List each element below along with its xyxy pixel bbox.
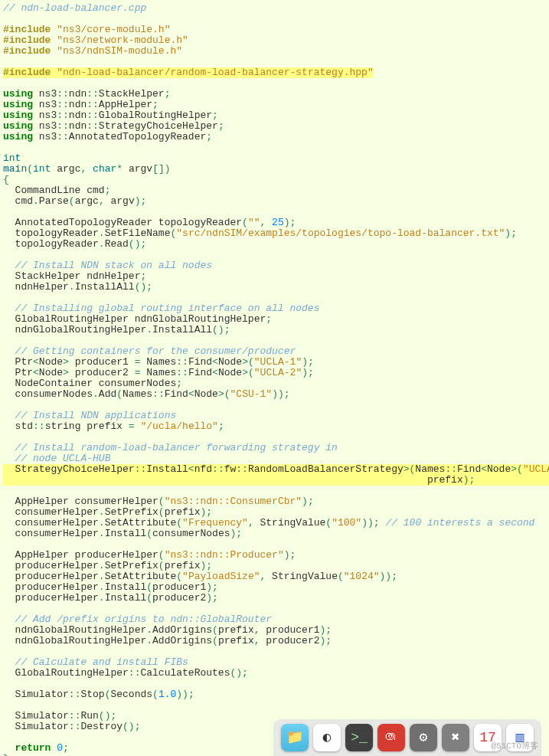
dock-terminal-icon[interactable]: >_ xyxy=(345,724,373,751)
watermark: @51CTO博客 xyxy=(491,741,538,751)
dock-chrome-icon[interactable]: ◐ xyxy=(313,724,341,751)
dock-netease-icon[interactable]: ෧ xyxy=(377,724,405,751)
dock-settings-icon[interactable]: ⚙ xyxy=(410,724,437,751)
code-block: // ndn-load-balancer.cpp #include "ns3/c… xyxy=(0,0,549,756)
dock-files-icon[interactable]: 📁 xyxy=(281,724,309,751)
dock-tools-icon[interactable]: ✖ xyxy=(442,724,469,751)
